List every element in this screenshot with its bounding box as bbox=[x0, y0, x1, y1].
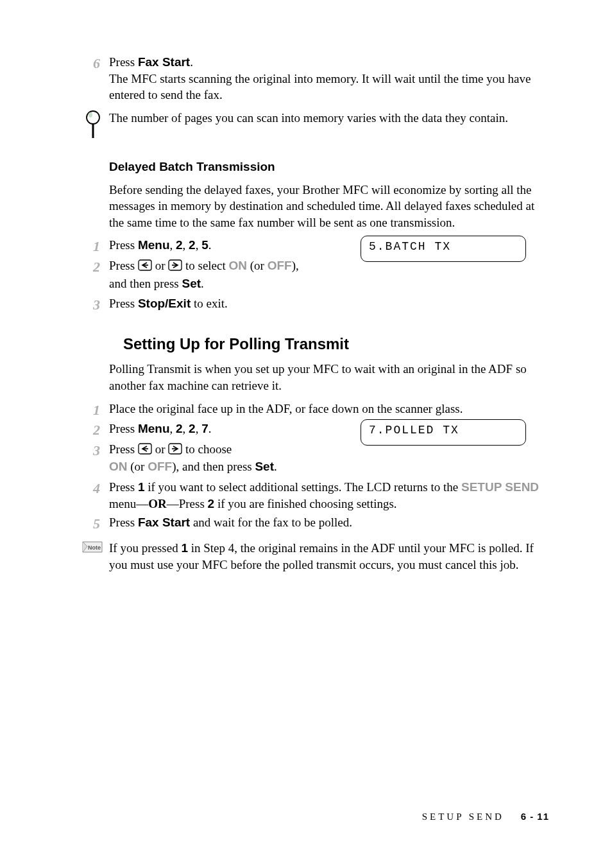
on-label: ON bbox=[109, 460, 128, 473]
text: Press bbox=[109, 442, 138, 456]
step-number: 4 bbox=[77, 479, 109, 498]
text: —Press bbox=[167, 497, 208, 510]
text: Press bbox=[109, 516, 138, 529]
text: . bbox=[274, 460, 277, 473]
key-2: 2 bbox=[189, 422, 196, 435]
left-arrow-icon bbox=[138, 259, 152, 275]
text: , bbox=[196, 238, 202, 252]
delayed-batch-heading: Delayed Batch Transmission bbox=[109, 159, 549, 175]
step-number: 2 bbox=[77, 257, 109, 277]
step-6: 6 Press Fax Start. The MFC starts scanni… bbox=[77, 54, 549, 103]
step-number: 5 bbox=[77, 514, 109, 534]
on-label: ON bbox=[228, 259, 247, 272]
lcd-display-polled: 7.POLLED TX bbox=[361, 419, 526, 445]
step-body: Place the original face up in the ADF, o… bbox=[109, 401, 549, 417]
key-2: 2 bbox=[208, 497, 215, 510]
step-body: Press Fax Start. The MFC starts scanning… bbox=[109, 54, 549, 103]
delayed-step-2: 2 Press or to select ON (or OFF), and th… bbox=[77, 257, 549, 291]
key-1: 1 bbox=[181, 541, 188, 555]
polling-step-1: 1 Place the original face up in the ADF,… bbox=[77, 401, 549, 420]
polling-step-4: 4 Press 1 if you want to select addition… bbox=[77, 479, 549, 512]
text: (or bbox=[247, 259, 268, 272]
text: (or bbox=[128, 460, 148, 473]
step-number: 1 bbox=[77, 401, 109, 420]
page: 6 Press Fax Start. The MFC starts scanni… bbox=[0, 0, 612, 868]
off-label: OFF bbox=[268, 259, 292, 272]
polling-step-3: 3 Press or to choose ON (or OFF), and th… bbox=[77, 441, 549, 475]
step-number: 6 bbox=[77, 54, 109, 73]
footer-page: 6 - 11 bbox=[521, 811, 549, 822]
text: to select bbox=[182, 259, 228, 272]
svg-point-1 bbox=[89, 112, 92, 117]
text: if you want to select additional setting… bbox=[144, 480, 461, 494]
text: menu— bbox=[109, 497, 148, 510]
polling-note: Note If you pressed 1 in Step 4, the ori… bbox=[77, 540, 549, 573]
text: Press bbox=[109, 297, 138, 310]
text: ), bbox=[292, 259, 299, 272]
key-7: 7 bbox=[201, 422, 208, 435]
set-label: Set bbox=[182, 277, 201, 290]
note-text: The number of pages you can scan into me… bbox=[109, 110, 549, 126]
key-2: 2 bbox=[176, 422, 183, 435]
polling-intro: Polling Transmit is when you set up your… bbox=[109, 361, 549, 394]
step-number: 1 bbox=[77, 237, 109, 256]
memory-note: The number of pages you can scan into me… bbox=[77, 110, 549, 139]
right-arrow-icon bbox=[168, 442, 182, 459]
text: to exit. bbox=[191, 297, 228, 310]
text: , bbox=[196, 422, 202, 435]
text: , bbox=[183, 238, 189, 252]
note-icon: Note bbox=[77, 540, 109, 555]
text: Press bbox=[109, 55, 138, 69]
text: ), and then press bbox=[172, 460, 255, 473]
text: , bbox=[183, 422, 189, 435]
key-5: 5 bbox=[201, 238, 208, 252]
note-text: If you pressed 1 in Step 4, the original… bbox=[109, 540, 549, 573]
step-body: Press Fax Start and wait for the fax to … bbox=[109, 514, 549, 531]
or-label: OR bbox=[148, 497, 167, 510]
step-number: 3 bbox=[77, 441, 109, 460]
setup-send-label: SETUP SEND bbox=[461, 480, 539, 494]
lcd-display-batch: 5.BATCH TX bbox=[361, 236, 526, 261]
text: , bbox=[169, 422, 176, 435]
menu-label: Menu bbox=[138, 422, 170, 435]
text: and wait for the fax to be polled. bbox=[190, 516, 352, 529]
left-arrow-icon bbox=[138, 442, 152, 459]
text: Press bbox=[109, 238, 138, 252]
stop-exit-label: Stop/Exit bbox=[138, 297, 191, 310]
note-icon-label: Note bbox=[88, 544, 101, 551]
page-footer: SETUP SEND 6 - 11 bbox=[422, 810, 549, 823]
step-number: 2 bbox=[77, 421, 109, 440]
text: to choose bbox=[182, 442, 232, 456]
footer-section: SETUP SEND bbox=[422, 812, 504, 822]
step-number: 3 bbox=[77, 295, 109, 315]
text: or bbox=[152, 259, 168, 272]
fax-start-label: Fax Start bbox=[138, 55, 190, 69]
text: . bbox=[190, 55, 193, 69]
delayed-intro: Before sending the delayed faxes, your B… bbox=[109, 182, 549, 231]
text: . bbox=[208, 422, 212, 435]
set-label: Set bbox=[255, 460, 274, 473]
text: and then press bbox=[109, 277, 182, 290]
text: or bbox=[152, 442, 168, 456]
text: . bbox=[201, 277, 204, 290]
text: Press bbox=[109, 259, 138, 272]
polling-heading: Setting Up for Polling Transmit bbox=[123, 334, 549, 354]
step-body: Press Stop/Exit to exit. bbox=[109, 295, 549, 312]
right-arrow-icon bbox=[168, 259, 182, 275]
key-1: 1 bbox=[138, 480, 145, 494]
text: Press bbox=[109, 422, 138, 435]
step-body: Press or to choose ON (or OFF), and then… bbox=[109, 441, 353, 475]
magnifier-icon bbox=[77, 110, 109, 139]
text: If you pressed bbox=[109, 541, 181, 555]
step-body: Press or to select ON (or OFF), and then… bbox=[109, 257, 353, 291]
text: . bbox=[208, 238, 212, 252]
polling-step-5: 5 Press Fax Start and wait for the fax t… bbox=[77, 514, 549, 534]
step-body: Press 1 if you want to select additional… bbox=[109, 479, 549, 512]
menu-label: Menu bbox=[138, 238, 170, 252]
text: if you are finished choosing settings. bbox=[214, 497, 396, 510]
text: Press bbox=[109, 480, 138, 494]
svg-point-0 bbox=[87, 111, 99, 124]
text: The MFC starts scanning the original int… bbox=[109, 72, 531, 102]
key-2: 2 bbox=[189, 238, 196, 252]
fax-start-label: Fax Start bbox=[138, 516, 190, 529]
